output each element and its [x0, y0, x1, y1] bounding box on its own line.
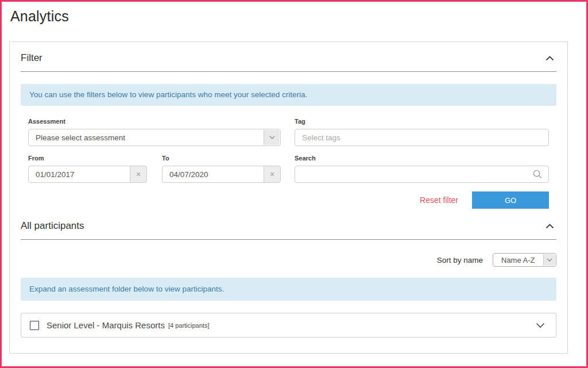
- participants-divider: [21, 239, 556, 240]
- filter-form: Assessment Please select assessment Tag …: [28, 118, 549, 209]
- sort-select[interactable]: Name A-Z: [493, 253, 556, 267]
- folder-participant-count: [4 participants]: [168, 322, 210, 329]
- to-date-input[interactable]: [162, 166, 264, 183]
- chevron-down-icon: [543, 254, 555, 266]
- participants-collapse-button[interactable]: [543, 223, 556, 230]
- search-label: Search: [295, 155, 549, 162]
- participants-info-banner: Expand an assessment folder below to vie…: [21, 278, 556, 301]
- to-field: To ×: [162, 155, 281, 183]
- assessment-field: Assessment Please select assessment: [28, 118, 281, 146]
- from-label: From: [28, 155, 147, 162]
- tag-field: Tag: [295, 118, 549, 146]
- page-title: Analytics: [2, 2, 586, 25]
- go-button[interactable]: GO: [472, 191, 549, 209]
- chevron-down-icon: [536, 321, 545, 330]
- sort-by-label: Sort by name: [437, 256, 483, 264]
- assessment-folder-row[interactable]: Senior Level - Marquis Resorts [4 partic…: [21, 313, 556, 338]
- filter-section-header: Filter: [21, 52, 556, 64]
- filter-divider: [21, 71, 556, 72]
- tag-label: Tag: [295, 118, 549, 125]
- folder-expand-button[interactable]: [533, 321, 547, 329]
- assessment-selected-value: Please select assessment: [36, 133, 125, 142]
- filter-collapse-button[interactable]: [543, 55, 556, 62]
- search-icon: [532, 169, 543, 179]
- folder-checkbox[interactable]: [30, 321, 39, 330]
- filter-info-banner: You can use the filters below to view pa…: [21, 84, 556, 106]
- filter-actions: Reset filter GO: [295, 191, 549, 209]
- sort-selected-value: Name A-Z: [501, 256, 535, 264]
- folder-name: Senior Level - Marquis Resorts: [47, 320, 165, 330]
- to-clear-button[interactable]: ×: [264, 166, 281, 183]
- participants-heading: All participants: [21, 220, 84, 232]
- search-field: Search: [295, 155, 549, 183]
- date-range-row: From × To ×: [28, 155, 281, 183]
- from-clear-button[interactable]: ×: [130, 166, 147, 183]
- participants-section-header: All participants: [21, 220, 556, 232]
- to-label: To: [162, 155, 281, 162]
- chevron-up-icon: [546, 54, 554, 63]
- assessment-label: Assessment: [28, 118, 281, 125]
- from-field: From ×: [28, 155, 147, 183]
- sort-row: Sort by name Name A-Z: [21, 253, 556, 267]
- filter-heading: Filter: [21, 52, 42, 64]
- main-panel: Filter You can use the filters below to …: [9, 41, 568, 354]
- chevron-down-icon: [264, 130, 280, 145]
- chevron-up-icon: [546, 222, 554, 231]
- from-date-input[interactable]: [28, 166, 130, 183]
- search-input[interactable]: [295, 166, 549, 183]
- reset-filter-link[interactable]: Reset filter: [420, 195, 458, 205]
- tag-input[interactable]: [295, 129, 549, 146]
- assessment-select[interactable]: Please select assessment: [28, 129, 281, 146]
